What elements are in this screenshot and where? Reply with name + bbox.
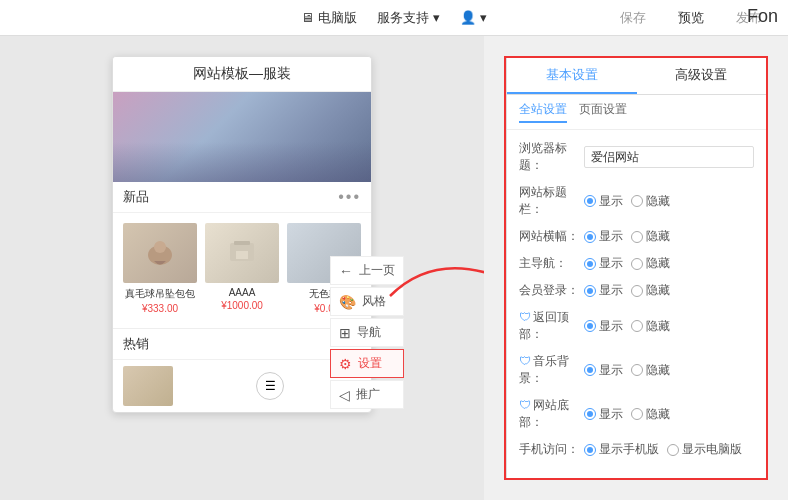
member-show-radio[interactable]: 显示	[584, 282, 623, 299]
footer-show-dot	[584, 408, 596, 420]
more-icon[interactable]: •••	[338, 188, 361, 206]
nav-hide-dot	[631, 258, 643, 270]
desktop-mode-btn[interactable]: 🖥 电脑版	[301, 9, 357, 27]
chevron-down-icon2: ▾	[480, 10, 487, 25]
product-image-1	[123, 223, 197, 283]
nav-btn[interactable]: ⊞ 导航	[330, 318, 404, 347]
shield-icon-1: 🛡	[519, 310, 531, 324]
mobile-site-title: 网站模板—服装	[113, 57, 371, 92]
music-show-radio[interactable]: 显示	[584, 362, 623, 379]
footer-hide-dot	[631, 408, 643, 420]
back-top-hide-dot	[631, 320, 643, 332]
banner-show-dot	[584, 231, 596, 243]
banner-hide-radio[interactable]: 隐藏	[631, 228, 670, 245]
nav-hide-radio[interactable]: 隐藏	[631, 255, 670, 272]
show-radio-dot	[584, 195, 596, 207]
user-btn[interactable]: 👤 ▾	[460, 10, 487, 25]
member-login-label: 会员登录：	[519, 282, 584, 299]
footer-show-radio[interactable]: 显示	[584, 406, 623, 423]
promote-btn[interactable]: ◁ 推广	[330, 380, 404, 409]
music-bg-label: 🛡音乐背景：	[519, 353, 584, 387]
toolbar-center: 🖥 电脑版 服务支持 ▾ 👤 ▾	[301, 9, 487, 27]
tab-basic-settings[interactable]: 基本设置	[507, 58, 637, 94]
subtab-page-settings[interactable]: 页面设置	[579, 101, 627, 123]
service-btn[interactable]: 服务支持 ▾	[377, 9, 440, 27]
nav-show-radio[interactable]: 显示	[584, 255, 623, 272]
show-desktop-dot	[667, 444, 679, 456]
show-mobile-radio[interactable]: 显示手机版	[584, 441, 659, 458]
site-header-row: 网站标题栏： 显示 隐藏	[519, 184, 754, 218]
show-label: 显示	[599, 193, 623, 210]
product-name-2: AAAA	[205, 287, 279, 298]
mobile-banner	[113, 92, 371, 182]
promote-icon: ◁	[339, 387, 350, 403]
music-hide-dot	[631, 364, 643, 376]
back-top-hide-label: 隐藏	[646, 318, 670, 335]
member-show-dot	[584, 285, 596, 297]
product-price-1: ¥333.00	[123, 303, 197, 314]
banner-label: 网站横幅：	[519, 228, 584, 245]
member-hide-label: 隐藏	[646, 282, 670, 299]
svg-rect-3	[234, 241, 250, 245]
member-hide-radio[interactable]: 隐藏	[631, 282, 670, 299]
menu-button[interactable]: ☰	[256, 372, 284, 400]
nav-label: 导航	[357, 324, 381, 341]
subtab-site-settings[interactable]: 全站设置	[519, 101, 567, 123]
product-image-2	[205, 223, 279, 283]
save-btn[interactable]: 保存	[610, 6, 656, 30]
nav-show-label: 显示	[599, 255, 623, 272]
site-header-label: 网站标题栏：	[519, 184, 584, 218]
hide-label: 隐藏	[646, 193, 670, 210]
main-content: 网站模板—服装 新品 ••• 真毛球吊坠包包 ¥333.00	[0, 36, 788, 500]
hot-label: 热销	[123, 335, 149, 353]
back-top-radio: 显示 隐藏	[584, 318, 670, 335]
panel-body: 浏览器标题： 网站标题栏： 显示	[507, 130, 766, 478]
browser-title-input[interactable]	[584, 146, 754, 168]
preview-btn[interactable]: 预览	[668, 6, 714, 30]
back-icon: ←	[339, 263, 353, 279]
promote-label: 推广	[356, 386, 380, 403]
back-page-btn[interactable]: ← 上一页	[330, 256, 404, 285]
product-price-2: ¥1000.00	[205, 300, 279, 311]
shield-icon-2: 🛡	[519, 354, 531, 368]
back-top-show-radio[interactable]: 显示	[584, 318, 623, 335]
site-footer-radio: 显示 隐藏	[584, 406, 670, 423]
banner-hide-label: 隐藏	[646, 228, 670, 245]
settings-btn[interactable]: ⚙ 设置	[330, 349, 404, 378]
side-toolbar: ← 上一页 🎨 风格 ⊞ 导航 ⚙ 设置 ◁ 推广	[330, 256, 404, 409]
member-login-radio: 显示 隐藏	[584, 282, 670, 299]
banner-hide-dot	[631, 231, 643, 243]
user-icon: 👤	[460, 10, 476, 25]
style-btn[interactable]: 🎨 风格	[330, 287, 404, 316]
member-login-row: 会员登录： 显示 隐藏	[519, 282, 754, 299]
show-radio[interactable]: 显示	[584, 193, 623, 210]
browser-title-label: 浏览器标题：	[519, 140, 584, 174]
footer-hide-label: 隐藏	[646, 406, 670, 423]
banner-show-radio[interactable]: 显示	[584, 228, 623, 245]
desktop-label: 电脑版	[318, 9, 357, 27]
show-mobile-dot	[584, 444, 596, 456]
nav-icon: ⊞	[339, 325, 351, 341]
tab-advanced-settings[interactable]: 高级设置	[637, 58, 767, 94]
nav-hide-label: 隐藏	[646, 255, 670, 272]
music-bg-row: 🛡音乐背景： 显示 隐藏	[519, 353, 754, 387]
product-item-2: AAAA ¥1000.00	[201, 219, 283, 318]
footer-show-label: 显示	[599, 406, 623, 423]
svg-rect-4	[236, 251, 248, 259]
member-show-label: 显示	[599, 282, 623, 299]
settings-label: 设置	[358, 355, 382, 372]
hide-radio[interactable]: 隐藏	[631, 193, 670, 210]
hot-product-img	[123, 366, 173, 406]
footer-hide-radio[interactable]: 隐藏	[631, 406, 670, 423]
new-section-label: 新品	[123, 188, 149, 206]
browser-title-row: 浏览器标题：	[519, 140, 754, 174]
main-nav-radio: 显示 隐藏	[584, 255, 670, 272]
back-top-show-label: 显示	[599, 318, 623, 335]
main-nav-label: 主导航：	[519, 255, 584, 272]
banner-radio: 显示 隐藏	[584, 228, 670, 245]
show-desktop-radio[interactable]: 显示电脑版	[667, 441, 742, 458]
back-top-hide-radio[interactable]: 隐藏	[631, 318, 670, 335]
music-hide-radio[interactable]: 隐藏	[631, 362, 670, 379]
product-item-1: 真毛球吊坠包包 ¥333.00	[119, 219, 201, 318]
main-nav-row: 主导航： 显示 隐藏	[519, 255, 754, 272]
